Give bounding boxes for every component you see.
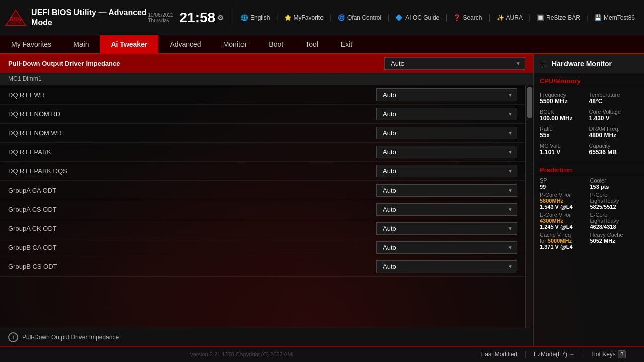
dram-freq-value: 4800 MHz (589, 132, 638, 139)
row-label-4: DQ RTT PARK DQS (8, 167, 67, 175)
dram-freq-cell: DRAM Freq. 4800 MHz (589, 124, 638, 141)
table-row[interactable]: GroupA CK ODT Auto (0, 219, 525, 238)
version-text: Version 2.21.1278 Copyright (C) 2022 AMI (190, 351, 294, 357)
table-row[interactable]: GroupA CS ODT Auto (0, 200, 525, 219)
row-dropdown-9[interactable]: Auto (376, 260, 517, 273)
cache-v-label: Cache V req (540, 232, 588, 238)
settings-header-row[interactable]: Pull-Down Output Driver Impedance Auto (0, 54, 533, 73)
globe-icon: 🌐 (240, 14, 248, 21)
table-row[interactable]: GroupA CA ODT Auto (0, 181, 525, 200)
scrollbar-thumb[interactable] (527, 87, 532, 118)
svg-text:ROG: ROG (10, 16, 22, 22)
row-dropdown-0[interactable]: Auto (376, 88, 517, 101)
core-voltage-label: Core Voltage (589, 109, 638, 115)
row-dropdown-7[interactable]: Auto (376, 222, 517, 235)
nav-myfavorite[interactable]: ⭐ MyFavorite (280, 12, 328, 23)
last-modified-shortcut[interactable]: Last Modified (473, 351, 526, 358)
pcore-light-value: 5825/5512 (590, 204, 638, 210)
pcore-v-detail: 1.543 V @L4 (540, 204, 588, 210)
row-label-0: DQ RTT WR (8, 91, 45, 99)
datetime-display: 10/06/2022 Thursday (148, 12, 173, 23)
ratio-value: 55x (540, 132, 589, 139)
day-text: Thursday (148, 18, 173, 23)
pcore-v-freq: 5800MHz (540, 198, 588, 204)
menu-advanced[interactable]: Advanced (158, 35, 212, 53)
row-label-6: GroupA CS ODT (8, 206, 57, 213)
row-dropdown-8[interactable]: Auto (376, 241, 517, 254)
nav-aura[interactable]: ✨ AURA (493, 12, 527, 23)
mc-volt-value: 1.101 V (540, 149, 589, 156)
nav-search[interactable]: ❓ Search (449, 12, 486, 23)
menu-favorites[interactable]: My Favorites (0, 35, 62, 53)
ecore-v-freq: 4300MHz (540, 218, 588, 224)
row-label-3: DQ RTT PARK (8, 148, 51, 156)
nav-search-label: Search (463, 14, 482, 21)
info-bar: i Pull-Down Output Driver Impedance (0, 328, 533, 346)
cache-v-cell: Cache V req for 5000MHz 1.371 V @L4 (540, 232, 588, 250)
bclk-label: BCLK (540, 109, 589, 115)
settings-icon[interactable]: ⚙ (217, 14, 224, 22)
table-row[interactable]: DQ RTT WR Auto (0, 85, 525, 105)
sp-cell: SP 99 (540, 177, 588, 190)
nav-resizebar[interactable]: 🔲 ReSize BAR (533, 12, 584, 23)
hw-monitor-title: Hardware Monitor (552, 60, 612, 68)
settings-header-dropdown[interactable]: Auto (384, 57, 525, 70)
menu-monitor[interactable]: Monitor (212, 35, 258, 53)
bclk-value: 100.00 MHz (540, 115, 589, 122)
section-label-text: MC1 Dimm1 (8, 75, 42, 82)
core-voltage-value: 1.430 V (589, 115, 638, 122)
nav-qfan[interactable]: 🌀 Qfan Control (334, 12, 385, 23)
temperature-value: 48°C (589, 98, 638, 105)
row-dropdown-2[interactable]: Auto (376, 127, 517, 139)
menu-exit[interactable]: Exit (330, 35, 363, 53)
ecore-row: E-Core V for 4300MHz 1.245 V @L4 E-CoreL… (534, 211, 644, 231)
table-row[interactable]: DQ RTT PARK DQS Auto (0, 162, 525, 181)
table-row[interactable]: DQ RTT PARK Auto (0, 143, 525, 162)
pcore-v-cell: P-Core V for 5800MHz 1.543 V @L4 (540, 192, 588, 210)
hotkeys-shortcut[interactable]: Hot Keys ? (583, 350, 634, 358)
nav-resizebar-label: ReSize BAR (546, 14, 580, 21)
last-modified-label: Last Modified (481, 351, 517, 358)
row-label-8: GroupB CA ODT (8, 244, 57, 251)
info-icon: i (8, 332, 18, 342)
sp-label: SP (540, 177, 588, 184)
header-divider (230, 8, 230, 28)
time-display: 21:58 ⚙ (180, 10, 224, 26)
row-dropdown-1[interactable]: Auto (376, 108, 517, 120)
menu-tweaker[interactable]: Ai Tweaker (100, 35, 158, 53)
nav-myfavorite-label: MyFavorite (294, 14, 324, 21)
cache-v-for: for (540, 238, 546, 244)
bclk-cell: BCLK 100.00 MHz (540, 107, 589, 124)
ecore-v-cell: E-Core V for 4300MHz 1.245 V @L4 (540, 212, 588, 230)
scrollbar[interactable] (525, 85, 533, 328)
nav-aioc-label: AI OC Guide (405, 14, 439, 21)
table-row[interactable]: DQ RTT NOM WR Auto (0, 124, 525, 143)
mc-volt-label: MC Volt. (540, 143, 589, 149)
nav-english-label: English (250, 14, 270, 21)
sp-value: 99 (540, 184, 588, 190)
menu-tool[interactable]: Tool (294, 35, 330, 53)
table-row[interactable]: GroupB CA ODT Auto (0, 238, 525, 257)
cache-v-detail: 1.371 V @L4 (540, 244, 588, 250)
nav-memtest[interactable]: 💾 MemTest86 (590, 12, 639, 23)
temperature-cell: Temperature 48°C (589, 89, 638, 107)
date-text: 10/06/2022 (148, 12, 173, 18)
ezmode-shortcut[interactable]: EzMode(F7)|→ (526, 351, 583, 358)
row-dropdown-4[interactable]: Auto (376, 165, 517, 177)
nav-aioc[interactable]: 🔷 AI OC Guide (391, 12, 443, 23)
table-row[interactable]: GroupB CS ODT Auto (0, 257, 525, 277)
sp-row: SP 99 Cooler 153 pts (534, 176, 644, 191)
cache-v-freq: 5000MHz (548, 238, 572, 244)
settings-header-value: Auto (391, 60, 405, 67)
menu-boot[interactable]: Boot (258, 35, 294, 53)
menu-main[interactable]: Main (62, 35, 100, 53)
menubar: My Favorites Main Ai Tweaker Advanced Mo… (0, 35, 644, 54)
cpu-memory-title: CPU/Memory (534, 73, 644, 87)
row-dropdown-5[interactable]: Auto (376, 184, 517, 197)
row-dropdown-3[interactable]: Auto (376, 146, 517, 158)
nav-english[interactable]: 🌐 English (236, 12, 274, 23)
row-dropdown-6[interactable]: Auto (376, 203, 517, 216)
heavy-cache-value: 5052 MHz (590, 238, 638, 244)
table-row[interactable]: DQ RTT NOM RD Auto (0, 105, 525, 124)
capacity-value: 65536 MB (589, 149, 638, 156)
